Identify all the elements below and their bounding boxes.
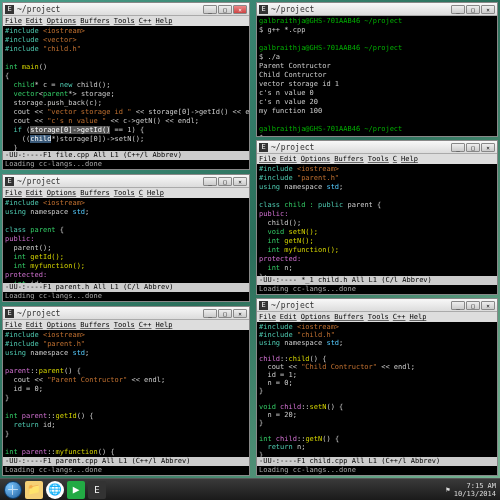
app-icon: E — [259, 5, 268, 14]
minimize-button[interactable]: _ — [451, 143, 465, 152]
minimize-button[interactable]: _ — [203, 177, 217, 186]
menubar[interactable]: FileEditOptionsBuffersToolsC++Help — [257, 312, 497, 322]
maximize-button[interactable]: □ — [466, 301, 480, 310]
modeline: -UU-:---- *_1 child.h All L1 (C/l Abbrev… — [257, 276, 497, 285]
menubar[interactable]: FileEditOptionsBuffersToolsC++Help — [3, 320, 249, 330]
editor-content[interactable]: #include <iostream> #include <vector> #i… — [3, 26, 249, 151]
menubar[interactable]: FileEditOptionsBuffersToolsCHelp — [3, 188, 249, 198]
titlebar[interactable]: E ~/project _ □ × — [3, 3, 249, 16]
editor-content[interactable]: #include <iostream> #include "parent.h" … — [257, 164, 497, 276]
minibuffer[interactable]: Loading cc-langs...done — [257, 466, 497, 475]
emacs-window-parent-h[interactable]: E ~/project _□× FileEditOptionsBuffersTo… — [2, 174, 250, 302]
emacs-window-child-h[interactable]: E ~/project _□× FileEditOptionsBuffersTo… — [256, 140, 498, 295]
emacs-window-file-cpp[interactable]: E ~/project _ □ × FileEditOptionsBuffers… — [2, 2, 250, 170]
minimize-button[interactable]: _ — [451, 301, 465, 310]
modeline: -UU-:----F1 file.cpp All L1 (C++/l Abbre… — [3, 151, 249, 160]
explorer-icon[interactable]: 📁 — [25, 481, 43, 499]
close-button[interactable]: × — [233, 5, 247, 14]
window-title: ~/project — [17, 177, 203, 186]
editor-content[interactable]: #include <iostream> #include "child.h" u… — [257, 322, 497, 457]
cygwin-icon[interactable]: ▶ — [67, 481, 85, 499]
titlebar[interactable]: E ~/project _□× — [257, 299, 497, 312]
minibuffer[interactable]: Loading cc-langs...done — [3, 466, 249, 475]
close-button[interactable]: × — [481, 301, 495, 310]
minimize-button[interactable]: _ — [203, 5, 217, 14]
titlebar[interactable]: E ~/project _□× — [257, 141, 497, 154]
minimize-button[interactable]: _ — [451, 5, 465, 14]
close-button[interactable]: × — [233, 177, 247, 186]
minibuffer[interactable]: Loading cc-langs...done — [3, 160, 249, 169]
terminal-window[interactable]: E ~/project _□× galbraithja@GHS-701AAB46… — [256, 2, 498, 137]
editor-content[interactable]: #include <iostream> #include "parent.h" … — [3, 330, 249, 457]
emacs-window-parent-cpp[interactable]: E ~/project _□× FileEditOptionsBuffersTo… — [2, 306, 250, 476]
app-icon: E — [5, 177, 14, 186]
emacs-taskbar-icon[interactable]: E — [88, 481, 106, 499]
clock[interactable]: 7:15 AM 10/13/2014 — [454, 482, 496, 498]
modeline: -UU-:----F1 child.cpp All L1 (C++/l Abbr… — [257, 457, 497, 466]
app-icon: E — [5, 5, 14, 14]
close-button[interactable]: × — [481, 143, 495, 152]
app-icon: E — [259, 301, 268, 310]
menubar[interactable]: FileEditOptionsBuffersToolsCHelp — [257, 154, 497, 164]
titlebar[interactable]: E ~/project _□× — [257, 3, 497, 16]
window-title: ~/project — [271, 301, 451, 310]
minibuffer[interactable]: Loading cc-langs...done — [3, 292, 249, 301]
maximize-button[interactable]: □ — [218, 309, 232, 318]
modeline: -UU-:----F1 parent.h All L1 (C/l Abbrev) — [3, 283, 249, 292]
maximize-button[interactable]: □ — [466, 5, 480, 14]
window-title: ~/project — [17, 5, 203, 14]
minimize-button[interactable]: _ — [203, 309, 217, 318]
app-icon: E — [5, 309, 14, 318]
editor-content[interactable]: #include <iostream> using namespace std;… — [3, 198, 249, 283]
maximize-button[interactable]: □ — [218, 177, 232, 186]
chrome-icon[interactable]: 🌐 — [46, 481, 64, 499]
window-title: ~/project — [17, 309, 203, 318]
terminal-content[interactable]: galbraithja@GHS-701AAB46 ~/project $ g++… — [257, 16, 497, 136]
titlebar[interactable]: E ~/project _□× — [3, 307, 249, 320]
system-tray[interactable]: ⚑ 7:15 AM 10/13/2014 — [446, 482, 496, 498]
app-icon: E — [259, 143, 268, 152]
emacs-window-child-cpp[interactable]: E ~/project _□× FileEditOptionsBuffersTo… — [256, 298, 498, 476]
close-button[interactable]: × — [233, 309, 247, 318]
modeline: -UU-:----F1 parent.cpp All L1 (C++/l Abb… — [3, 457, 249, 466]
window-title: ~/project — [271, 143, 451, 152]
start-button[interactable] — [4, 481, 22, 499]
window-title: ~/project — [271, 5, 451, 14]
taskbar[interactable]: 📁 🌐 ▶ E ⚑ 7:15 AM 10/13/2014 — [0, 478, 500, 500]
tray-flag-icon[interactable]: ⚑ — [446, 486, 450, 494]
close-button[interactable]: × — [481, 5, 495, 14]
titlebar[interactable]: E ~/project _□× — [3, 175, 249, 188]
maximize-button[interactable]: □ — [466, 143, 480, 152]
minibuffer[interactable]: Loading cc-langs...done — [257, 285, 497, 294]
menubar[interactable]: FileEditOptionsBuffersToolsC++Help — [3, 16, 249, 26]
maximize-button[interactable]: □ — [218, 5, 232, 14]
